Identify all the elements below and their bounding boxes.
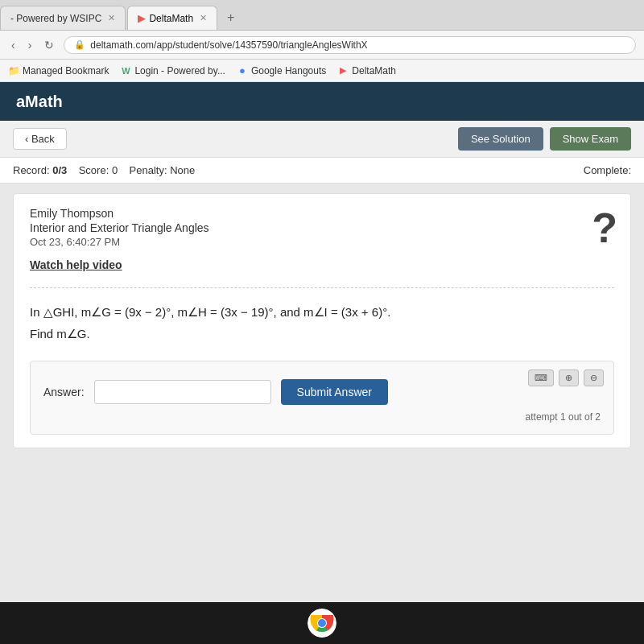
browser-window: - Powered by WSIPC ✕ ▶ DeltaMath ✕ + ‹ ›… (0, 0, 644, 644)
tab-wsipc-close[interactable]: ✕ (108, 13, 115, 23)
bookmark-hangouts[interactable]: ● Google Hangouts (237, 65, 326, 76)
score-label: Score: (79, 164, 109, 176)
penalty-label: Penalty: (130, 164, 167, 176)
minus-tool-button[interactable]: ⊖ (584, 369, 604, 386)
chrome-icon (308, 609, 336, 638)
problem-line-1: In △GHI, m∠G = (9x − 2)°, m∠H = (3x − 19… (30, 301, 614, 323)
taskbar (0, 602, 644, 644)
record-value: 0/3 (52, 164, 67, 176)
url-input[interactable]: 🔒 deltamath.com/app/student/solve/143575… (64, 36, 636, 54)
complete-label: Complete: (584, 164, 631, 176)
wsipc-icon: W (120, 65, 131, 76)
forward-nav-button[interactable]: › (25, 37, 35, 53)
student-name: Emily Thompson (30, 207, 614, 220)
submit-answer-button[interactable]: Submit Answer (281, 379, 388, 405)
attempt-text: attempt 1 out of 2 (43, 411, 601, 423)
bookmark-hangouts-label: Google Hangouts (251, 65, 326, 76)
svg-point-3 (318, 619, 326, 627)
bookmark-login[interactable]: W Login - Powered by... (120, 65, 225, 76)
watch-help-link[interactable]: Watch help video (30, 258, 122, 271)
tab-wsipc[interactable]: - Powered by WSIPC ✕ (0, 6, 126, 30)
date-time: Oct 23, 6:40:27 PM (30, 236, 614, 248)
url-text: deltamath.com/app/student/solve/14357590… (90, 39, 367, 51)
back-button[interactable]: ‹ Back (13, 128, 67, 150)
tab-deltamath-label: DeltaMath (149, 13, 193, 24)
math-problem: In △GHI, m∠G = (9x − 2)°, m∠H = (3x − 19… (30, 301, 614, 345)
toolbar-right: See Solution Show Exam (458, 127, 631, 151)
answer-tools: ⌨ ⊕ ⊖ (528, 369, 604, 386)
answer-label: Answer: (43, 386, 85, 398)
help-question-mark: ? (592, 207, 617, 249)
deltamath-icon: ▶ (138, 12, 146, 24)
tab-bar: - Powered by WSIPC ✕ ▶ DeltaMath ✕ + (0, 0, 644, 31)
address-bar: ‹ › ↻ 🔒 deltamath.com/app/student/solve/… (0, 31, 644, 60)
answer-input[interactable] (94, 380, 271, 404)
see-solution-button[interactable]: See Solution (458, 127, 543, 151)
folder-icon: 📁 (8, 65, 19, 76)
app-title: aMath (16, 93, 63, 111)
tab-deltamath[interactable]: ▶ DeltaMath ✕ (127, 6, 217, 30)
keyboard-tool-button[interactable]: ⌨ (528, 369, 554, 386)
answer-section: ⌨ ⊕ ⊖ Answer: Submit Answer attempt 1 ou… (30, 361, 614, 435)
refresh-button[interactable]: ↻ (41, 37, 57, 53)
bookmark-deltamath-label: DeltaMath (352, 65, 396, 76)
bookmark-login-label: Login - Powered by... (134, 65, 225, 76)
divider (30, 287, 614, 288)
new-tab-button[interactable]: + (219, 6, 242, 30)
lock-icon: 🔒 (74, 39, 85, 50)
complete-info: Complete: (584, 164, 631, 176)
bookmarks-bar: 📁 Managed Bookmark W Login - Powered by.… (0, 60, 644, 82)
back-nav-button[interactable]: ‹ (8, 37, 19, 53)
bookmark-managed-label: Managed Bookmark (23, 65, 109, 76)
bookmark-deltamath[interactable]: ▶ DeltaMath (337, 65, 396, 76)
score-value: 0 (112, 164, 118, 176)
deltamath-bookmark-icon: ▶ (337, 65, 349, 76)
tab-wsipc-label: - Powered by WSIPC (10, 13, 101, 24)
bookmark-managed[interactable]: 📁 Managed Bookmark (8, 65, 109, 76)
assignment-title: Interior and Exterior Triangle Angles (30, 221, 614, 234)
plus-tool-button[interactable]: ⊕ (559, 369, 579, 386)
problem-line-2: Find m∠G. (30, 323, 614, 345)
tab-deltamath-close[interactable]: ✕ (200, 13, 207, 23)
google-icon: ● (237, 65, 248, 76)
app-header: aMath (0, 82, 644, 121)
show-exam-button[interactable]: Show Exam (550, 127, 631, 151)
toolbar: ‹ Back See Solution Show Exam (0, 121, 644, 158)
penalty-value: None (170, 164, 195, 176)
record-label: Record: (13, 164, 50, 176)
problem-card: ? Emily Thompson Interior and Exterior T… (13, 193, 631, 448)
answer-row: Answer: Submit Answer (43, 379, 601, 405)
record-info: Record: 0/3 Score: 0 Penalty: None (13, 164, 195, 176)
main-content: ‹ Back See Solution Show Exam Record: 0/… (0, 121, 644, 644)
record-bar: Record: 0/3 Score: 0 Penalty: None Compl… (0, 158, 644, 184)
